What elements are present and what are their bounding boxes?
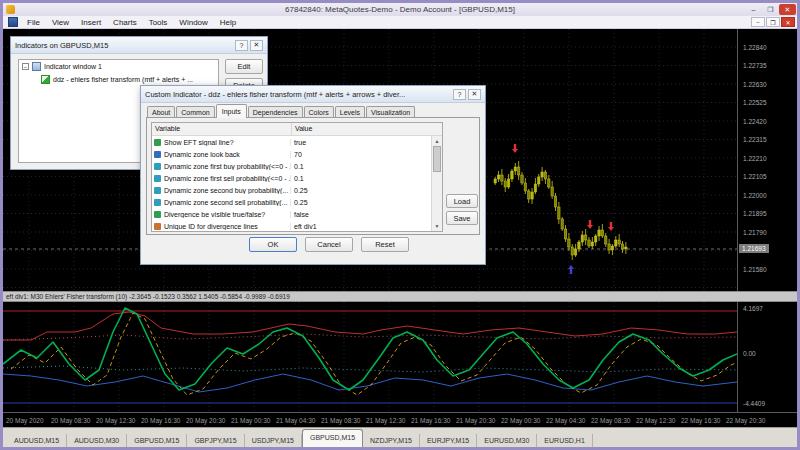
chart-window-controls: – ❐ ✕ bbox=[750, 17, 795, 27]
inputs-table-row[interactable]: Dynamic zone first sell probability(<=0 … bbox=[152, 172, 431, 184]
menu-item-help[interactable]: Help bbox=[214, 17, 242, 28]
inputs-table-row[interactable]: Dynamic zone first buy probability(<=0 -… bbox=[152, 160, 431, 172]
indicator-scale-zero: 0.00 bbox=[743, 350, 756, 357]
menu-item-window[interactable]: Window bbox=[173, 17, 213, 28]
scroll-up-icon[interactable]: ▲ bbox=[432, 136, 442, 146]
chart-tab-audusd-m15-0[interactable]: AUDUSD,M15 bbox=[7, 434, 67, 447]
tree-item-label: ddz - ehlers fisher transform (mtf + ale… bbox=[53, 76, 193, 83]
time-axis[interactable]: 20 May 202020 May 08:3020 May 12:3020 Ma… bbox=[3, 412, 797, 427]
input-value[interactable]: 0.1 bbox=[290, 175, 431, 182]
input-variable-name: Unique ID for divergence lines bbox=[164, 223, 290, 230]
inputs-table-row[interactable]: Dynamic zone second sell probability(...… bbox=[152, 196, 431, 208]
menu-item-charts[interactable]: Charts bbox=[107, 17, 143, 28]
input-value[interactable]: 0.25 bbox=[290, 199, 431, 206]
tree-collapse-icon[interactable]: − bbox=[22, 63, 29, 70]
time-axis-label: 21 May 16:30 bbox=[411, 417, 450, 424]
restore-icon[interactable]: ❐ bbox=[762, 4, 779, 15]
inputs-table-row[interactable]: Unique ID for divergence lineseft div1 bbox=[152, 220, 431, 231]
minimize-icon[interactable]: – bbox=[745, 4, 762, 15]
inputs-table-row[interactable]: Divergence be visible true/false?false bbox=[152, 208, 431, 220]
save-button[interactable]: Save bbox=[446, 211, 478, 225]
help-icon[interactable]: ? bbox=[453, 89, 466, 100]
price-tick: 1.22105 bbox=[743, 173, 767, 180]
dialog-close-icon[interactable]: ✕ bbox=[250, 40, 263, 51]
table-scrollbar[interactable]: ▲ ▼ bbox=[431, 136, 442, 231]
input-value[interactable]: 70 bbox=[290, 151, 431, 158]
chart-tab-gbpusd-m15-2[interactable]: GBPUSD,M15 bbox=[127, 434, 187, 447]
bool-input-icon bbox=[154, 139, 161, 146]
menu-item-file[interactable]: File bbox=[21, 17, 46, 28]
indicator-scale-max: 4.1697 bbox=[743, 305, 763, 312]
chart-tab-eurusd-h1-9[interactable]: EURUSD,H1 bbox=[537, 434, 592, 447]
price-tick: 1.22525 bbox=[743, 99, 767, 106]
time-axis-label: 20 May 08:30 bbox=[51, 417, 90, 424]
chart-restore-icon[interactable]: ❐ bbox=[766, 17, 780, 27]
load-button[interactable]: Load bbox=[446, 194, 478, 208]
double-input-icon bbox=[154, 199, 161, 206]
chart-minimize-icon[interactable]: – bbox=[751, 17, 765, 27]
column-header-variable[interactable]: Variable bbox=[152, 123, 292, 135]
indicator-pane[interactable] bbox=[3, 302, 737, 412]
inputs-table-row[interactable]: Dynamic zone look back70 bbox=[152, 148, 431, 160]
price-tick: 1.22000 bbox=[743, 192, 767, 199]
time-axis-label: 21 May 00:30 bbox=[231, 417, 270, 424]
chart-tab-eurusd-m30-8[interactable]: EURUSD,M30 bbox=[477, 434, 537, 447]
title-bar[interactable]: 67842840: MetaQuotes-Demo - Demo Account… bbox=[3, 3, 797, 16]
scrollbar-thumb[interactable] bbox=[433, 146, 441, 172]
input-value[interactable]: 0.1 bbox=[290, 163, 431, 170]
chart-tab-usdjpy-m15-4[interactable]: USDJPY,M15 bbox=[245, 434, 302, 447]
indicator-pane-header[interactable]: eft div1: M30 Ehlers' Fisher transform (… bbox=[3, 291, 797, 302]
time-axis-label: 21 May 08:30 bbox=[321, 417, 360, 424]
time-axis-label: 20 May 2020 bbox=[6, 417, 44, 424]
price-tick: 1.22210 bbox=[743, 155, 767, 162]
inputs-table[interactable]: Variable Value Show EFT signal line?true… bbox=[151, 122, 443, 232]
chart-window-icon bbox=[8, 17, 18, 27]
input-value[interactable]: true bbox=[290, 139, 431, 146]
sell-arrow-icon bbox=[512, 144, 518, 153]
chart-close-icon[interactable]: ✕ bbox=[781, 17, 795, 27]
chart-tab-nzdjpy-m15-6[interactable]: NZDJPY,M15 bbox=[363, 434, 420, 447]
input-variable-name: Dynamic zone first buy probability(<=0 -… bbox=[164, 163, 290, 170]
input-value[interactable]: eft div1 bbox=[290, 223, 431, 230]
menu-item-insert[interactable]: Insert bbox=[75, 17, 107, 28]
inputs-table-row[interactable]: Show EFT signal line?true bbox=[152, 136, 431, 148]
chart-tab-gbpjpy-m15-3[interactable]: GBPJPY,M15 bbox=[187, 434, 244, 447]
ok-button[interactable]: OK bbox=[249, 237, 297, 252]
dialog-tab-inputs[interactable]: Inputs bbox=[216, 104, 247, 118]
inputs-table-row[interactable]: Dynamic zone second buy probability(...0… bbox=[152, 184, 431, 196]
scroll-down-icon[interactable]: ▼ bbox=[432, 221, 442, 231]
input-variable-name: Dynamic zone second sell probability(... bbox=[164, 199, 290, 206]
price-tick: 1.21895 bbox=[743, 210, 767, 217]
tree-item-indicator-window[interactable]: − Indicator window 1 bbox=[19, 60, 218, 73]
help-icon[interactable]: ? bbox=[235, 40, 248, 51]
custom-indicator-dialog: Custom Indicator - ddz - ehlers fisher t… bbox=[140, 85, 486, 265]
chart-tab-eurjpy-m15-7[interactable]: EURJPY,M15 bbox=[420, 434, 477, 447]
chart-tab-gbpusd-m15-5[interactable]: GBPUSD,M15 bbox=[302, 429, 363, 447]
menu-item-tools[interactable]: Tools bbox=[143, 17, 174, 28]
custom-indicator-dialog-titlebar[interactable]: Custom Indicator - ddz - ehlers fisher t… bbox=[141, 86, 485, 103]
window-title: 67842840: MetaQuotes-Demo - Demo Account… bbox=[3, 5, 797, 14]
reset-button[interactable]: Reset bbox=[361, 237, 409, 252]
price-scale[interactable]: 1.21693 1.228401.227351.226301.225251.22… bbox=[737, 29, 797, 291]
time-axis-label: 21 May 04:30 bbox=[276, 417, 315, 424]
int-input-icon bbox=[154, 151, 161, 158]
input-variable-name: Dynamic zone look back bbox=[164, 151, 290, 158]
input-value[interactable]: false bbox=[290, 211, 431, 218]
menu-item-view[interactable]: View bbox=[46, 17, 75, 28]
chart-tab-audusd-m30-1[interactable]: AUDUSD,M30 bbox=[67, 434, 127, 447]
menu-bar: FileViewInsertChartsToolsWindowHelp – ❐ … bbox=[3, 16, 797, 29]
bool-input-icon bbox=[154, 211, 161, 218]
indicator-label: eft div1: M30 Ehlers' Fisher transform (… bbox=[6, 293, 290, 300]
dialog-close-icon[interactable]: ✕ bbox=[468, 89, 481, 100]
indicators-dialog-title: Indicators on GBPUSD,M15 bbox=[15, 41, 233, 50]
eft-line bbox=[3, 308, 737, 390]
chart-tabs-bar: AUDUSD,M15AUDUSD,M30GBPUSD,M15GBPJPY,M15… bbox=[3, 427, 797, 447]
close-icon[interactable]: ✕ bbox=[779, 4, 796, 15]
double-input-icon bbox=[154, 175, 161, 182]
column-header-value[interactable]: Value bbox=[292, 123, 315, 135]
edit-button[interactable]: Edit bbox=[225, 59, 263, 74]
cancel-button[interactable]: Cancel bbox=[305, 237, 353, 252]
input-value[interactable]: 0.25 bbox=[290, 187, 431, 194]
indicators-dialog-titlebar[interactable]: Indicators on GBPUSD,M15 ? ✕ bbox=[11, 37, 267, 54]
time-axis-label: 22 May 20:30 bbox=[726, 417, 765, 424]
